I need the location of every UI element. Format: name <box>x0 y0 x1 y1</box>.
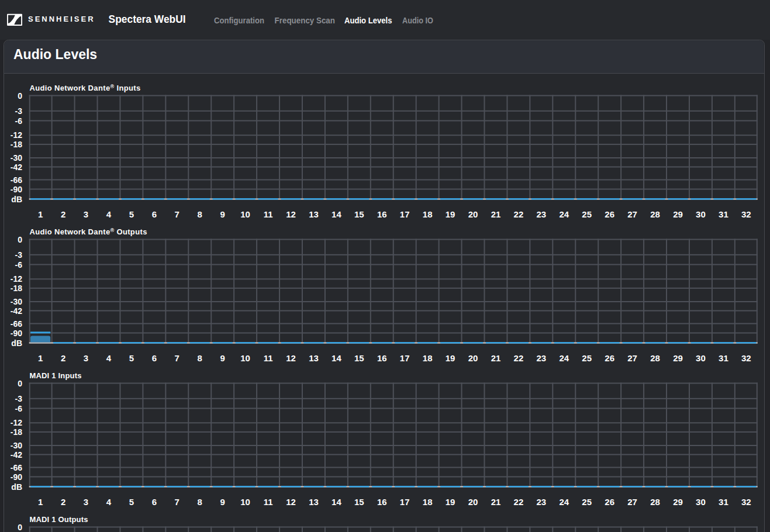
svg-text:Audio Network Dante® Outputs: Audio Network Dante® Outputs <box>29 227 147 236</box>
svg-text:Audio Levels: Audio Levels <box>344 15 392 25</box>
svg-text:SENNHEISER: SENNHEISER <box>28 15 95 23</box>
svg-text:MADI 1 Inputs: MADI 1 Inputs <box>29 371 81 380</box>
svg-text:Audio Levels: Audio Levels <box>13 47 97 62</box>
svg-text:Configuration: Configuration <box>214 15 264 25</box>
svg-text:Spectera WebUI: Spectera WebUI <box>109 13 186 25</box>
svg-text:MADI 1 Outputs: MADI 1 Outputs <box>29 515 88 524</box>
svg-text:Audio IO: Audio IO <box>402 15 433 25</box>
svg-text:Frequency Scan: Frequency Scan <box>275 15 335 25</box>
svg-text:Audio Network Dante® Inputs: Audio Network Dante® Inputs <box>29 84 140 92</box>
